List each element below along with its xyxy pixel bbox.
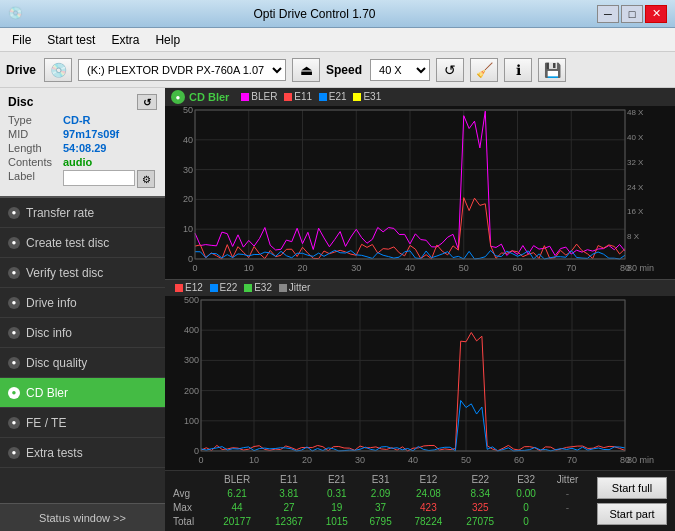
legend-label-e12: E12	[185, 282, 203, 293]
chart1-canvas	[165, 106, 675, 279]
sidebar-item-fe-te[interactable]: ● FE / TE	[0, 408, 165, 438]
chart2-canvas	[165, 296, 675, 471]
drive-icon-btn[interactable]: 💿	[44, 58, 72, 82]
sidebar-item-extra-tests[interactable]: ● Extra tests	[0, 438, 165, 468]
menu-file[interactable]: File	[4, 31, 39, 49]
legend-label-jitter: Jitter	[289, 282, 311, 293]
stats-max-bler: 44	[211, 500, 263, 514]
sidebar-dot-cd-bler: ●	[8, 387, 20, 399]
menu-start-test[interactable]: Start test	[39, 31, 103, 49]
speed-select[interactable]: 40 X	[370, 59, 430, 81]
sidebar-label-fe-te: FE / TE	[26, 416, 66, 430]
minimize-button[interactable]: ─	[597, 5, 619, 23]
stats-header-bler: BLER	[211, 473, 263, 486]
legend-e12: E12	[175, 282, 203, 293]
sidebar-item-cd-bler[interactable]: ● CD Bler	[0, 378, 165, 408]
stats-max-e22: 325	[454, 500, 506, 514]
sidebar-item-create-test-disc[interactable]: ● Create test disc	[0, 228, 165, 258]
sidebar-dot-extra-tests: ●	[8, 447, 20, 459]
sidebar-item-verify-test-disc[interactable]: ● Verify test disc	[0, 258, 165, 288]
legend-color-jitter	[279, 284, 287, 292]
disc-refresh-button[interactable]: ↺	[137, 94, 157, 110]
sidebar-label-transfer-rate: Transfer rate	[26, 206, 94, 220]
refresh-button[interactable]: ↺	[436, 58, 464, 82]
start-part-button[interactable]: Start part	[597, 503, 667, 525]
maximize-button[interactable]: □	[621, 5, 643, 23]
drive-select[interactable]: (K:) PLEXTOR DVDR PX-760A 1.07	[78, 59, 286, 81]
stats-avg-jitter: -	[546, 486, 589, 500]
sidebar-label-extra-tests: Extra tests	[26, 446, 83, 460]
chart1-icon: ●	[171, 90, 185, 104]
stats-avg-e11: 3.81	[263, 486, 315, 500]
save-button[interactable]: 💾	[538, 58, 566, 82]
stats-row-label-max: Max	[169, 500, 211, 514]
legend-jitter: Jitter	[279, 282, 311, 293]
stats-max-e31: 37	[359, 500, 403, 514]
stats-max-e12: 423	[402, 500, 454, 514]
titlebar: 💿 Opti Drive Control 1.70 ─ □ ✕	[0, 0, 675, 28]
legend-label-bler: BLER	[251, 91, 277, 102]
sidebar-item-transfer-rate[interactable]: ● Transfer rate	[0, 198, 165, 228]
sidebar-dot-disc-quality: ●	[8, 357, 20, 369]
legend-label-e21: E21	[329, 91, 347, 102]
charts-container: ● CD Bler BLER E11 E21	[165, 88, 675, 470]
window-controls: ─ □ ✕	[597, 5, 667, 23]
sidebar: Disc ↺ Type CD-R MID 97m17s09f Length 54…	[0, 88, 165, 531]
stats-total-e12: 78224	[402, 515, 454, 529]
sidebar-dot-drive-info: ●	[8, 297, 20, 309]
stats-area: BLER E11 E21 E31 E12 E22 E32 Jitter Avg …	[165, 470, 675, 531]
menubar: File Start test Extra Help	[0, 28, 675, 52]
status-window-button[interactable]: Status window >>	[0, 503, 165, 531]
content-area: ● CD Bler BLER E11 E21	[165, 88, 675, 531]
chart1-title: CD Bler	[189, 91, 229, 103]
stats-total-bler: 20177	[211, 515, 263, 529]
legend-color-e32	[244, 284, 252, 292]
stats-max-jitter: -	[546, 500, 589, 514]
disc-length-value: 54:08.29	[63, 142, 106, 154]
sidebar-item-disc-info[interactable]: ● Disc info	[0, 318, 165, 348]
label-settings-button[interactable]: ⚙	[137, 170, 155, 188]
disc-contents-label: Contents	[8, 156, 63, 168]
legend-bler: BLER	[241, 91, 277, 102]
main-layout: Disc ↺ Type CD-R MID 97m17s09f Length 54…	[0, 88, 675, 531]
sidebar-dot-verify-test: ●	[8, 267, 20, 279]
disc-mid-value: 97m17s09f	[63, 128, 119, 140]
close-button[interactable]: ✕	[645, 5, 667, 23]
sidebar-dot-fe-te: ●	[8, 417, 20, 429]
disc-label: Disc	[8, 95, 33, 109]
disc-info-panel: Disc ↺ Type CD-R MID 97m17s09f Length 54…	[0, 88, 165, 198]
legend-label-e22: E22	[220, 282, 238, 293]
disc-mid-label: MID	[8, 128, 63, 140]
disc-label-input[interactable]	[63, 170, 135, 186]
toolbar: Drive 💿 (K:) PLEXTOR DVDR PX-760A 1.07 ⏏…	[0, 52, 675, 88]
sidebar-item-drive-info[interactable]: ● Drive info	[0, 288, 165, 318]
stats-header-e11: E11	[263, 473, 315, 486]
stats-total-e32: 0	[506, 515, 546, 529]
chart2-panel: E12 E22 E32 Jitter	[165, 280, 675, 470]
info-button[interactable]: ℹ	[504, 58, 532, 82]
stats-avg-e32: 0.00	[506, 486, 546, 500]
chart1-panel: ● CD Bler BLER E11 E21	[165, 88, 675, 280]
start-full-button[interactable]: Start full	[597, 477, 667, 499]
disc-length-label: Length	[8, 142, 63, 154]
menu-help[interactable]: Help	[147, 31, 188, 49]
stats-header-e21: E21	[315, 473, 359, 486]
chart1-legend: BLER E11 E21 E31	[241, 91, 381, 103]
eject-button[interactable]: ⏏	[292, 58, 320, 82]
disc-label-label: Label	[8, 170, 63, 188]
stats-max-e32: 0	[506, 500, 546, 514]
sidebar-label-disc-quality: Disc quality	[26, 356, 87, 370]
legend-color-e31	[353, 93, 361, 101]
legend-color-e22	[210, 284, 218, 292]
disc-type-value: CD-R	[63, 114, 91, 126]
legend-color-e11	[284, 93, 292, 101]
legend-e22: E22	[210, 282, 238, 293]
legend-color-bler	[241, 93, 249, 101]
legend-e21: E21	[319, 91, 347, 102]
legend-label-e11: E11	[294, 91, 312, 102]
sidebar-item-disc-quality[interactable]: ● Disc quality	[0, 348, 165, 378]
menu-extra[interactable]: Extra	[103, 31, 147, 49]
chart2-area	[165, 296, 675, 471]
stats-row-avg: Avg 6.21 3.81 0.31 2.09 24.08 8.34 0.00 …	[169, 486, 589, 500]
clear-button[interactable]: 🧹	[470, 58, 498, 82]
